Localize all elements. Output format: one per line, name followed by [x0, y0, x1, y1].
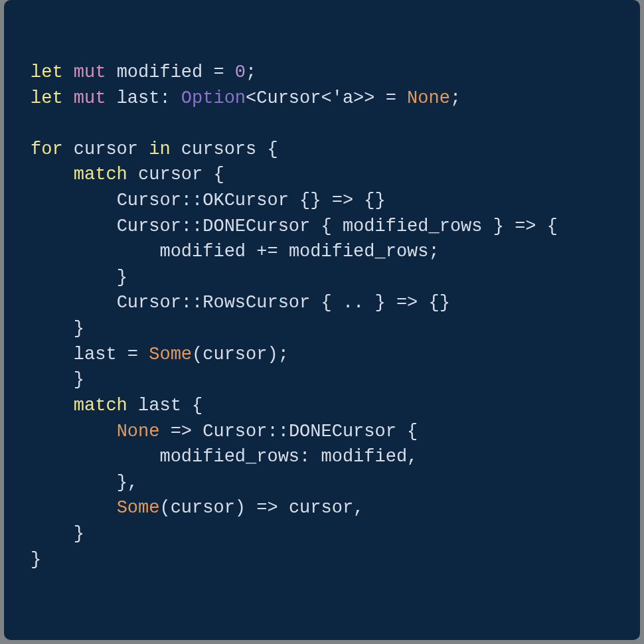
ident-modified-rows: modified_rows — [159, 447, 299, 467]
paren-open: ( — [192, 345, 202, 364]
ident-modified: modified — [117, 62, 203, 82]
op-plus-assign: += — [256, 242, 278, 262]
angle-open: < — [246, 88, 256, 108]
semicolon: ; — [278, 345, 289, 364]
angle-close: > — [353, 88, 364, 108]
code-line: Some(cursor) => cursor, — [31, 498, 364, 518]
variant-donecursor: DONECursor — [202, 216, 310, 236]
ctor-some: Some — [117, 498, 160, 518]
brace-open: { — [364, 191, 374, 210]
code-line: match cursor { — [31, 165, 224, 185]
lifetime-a: 'a — [332, 88, 353, 108]
code-line: Cursor::OKCursor {} => {} — [31, 191, 386, 210]
ident-modified-rows: modified_rows — [343, 216, 483, 236]
brace-close: } — [117, 268, 127, 287]
brace-open: { — [321, 216, 331, 236]
op-assign: = — [127, 345, 138, 364]
brace-close: } — [440, 293, 450, 313]
code-line: } — [31, 370, 84, 390]
code-line: None => Cursor::DONECursor { — [31, 422, 418, 442]
code-line: last = Some(cursor); — [31, 345, 289, 364]
brace-open: { — [299, 191, 310, 210]
type-cursor: Cursor — [202, 422, 267, 442]
variant-okcursor: OKCursor — [202, 191, 289, 210]
fat-arrow: => — [256, 498, 278, 518]
colon: : — [159, 88, 170, 108]
code-line: } — [31, 268, 127, 287]
fat-arrow: => — [171, 422, 192, 442]
code-line: modified += modified_rows; — [31, 242, 440, 262]
code-line: } — [31, 524, 84, 544]
paren-close: ) — [235, 498, 246, 518]
colon: : — [299, 447, 310, 467]
rest-pattern: .. — [343, 293, 364, 313]
keyword-mut: mut — [74, 62, 106, 82]
code-line: for cursor in cursors { — [31, 139, 278, 159]
ident-cursors: cursors — [181, 139, 256, 159]
code-line: match last { — [31, 396, 202, 416]
ident-last: last — [74, 345, 117, 364]
ctor-some: Some — [149, 345, 192, 364]
code-editor-panel: let mut modified = 0; let mut last: Opti… — [4, 0, 640, 640]
path-sep: :: — [181, 191, 202, 210]
brace-open: { — [407, 422, 418, 442]
code-line: } — [31, 319, 84, 339]
code-line: }, — [31, 473, 138, 493]
fat-arrow: => — [332, 191, 353, 210]
paren-close: ) — [267, 345, 278, 364]
brace-open: { — [547, 216, 558, 236]
brace-open: { — [192, 396, 202, 416]
type-cursor: Cursor — [256, 88, 321, 108]
code-line: let mut modified = 0; — [31, 62, 256, 82]
keyword-let: let — [31, 62, 63, 82]
ident-cursor: cursor — [138, 165, 202, 185]
ident-cursor: cursor — [171, 498, 235, 518]
brace-close: } — [310, 191, 321, 210]
code-line: modified_rows: modified, — [31, 447, 418, 467]
ident-last: last — [138, 396, 181, 416]
semicolon: ; — [429, 242, 440, 262]
type-cursor: Cursor — [117, 293, 181, 313]
path-sep: :: — [267, 422, 288, 442]
semicolon: ; — [246, 62, 256, 82]
paren-open: ( — [159, 498, 170, 518]
brace-open: { — [321, 293, 331, 313]
brace-close: } — [493, 216, 504, 236]
op-assign: = — [386, 88, 396, 108]
keyword-let: let — [31, 88, 63, 108]
brace-close: } — [117, 473, 127, 493]
ctor-none: None — [117, 422, 160, 442]
ident-cursor: cursor — [74, 139, 138, 159]
code-block: let mut modified = 0; let mut last: Opti… — [31, 60, 613, 572]
comma: , — [127, 473, 138, 493]
literal-zero: 0 — [235, 62, 246, 82]
angle-open: < — [321, 88, 331, 108]
path-sep: :: — [181, 293, 202, 313]
code-line: } — [31, 550, 41, 570]
brace-open: { — [213, 165, 224, 185]
fat-arrow: => — [396, 293, 418, 313]
ident-modified: modified — [321, 447, 407, 467]
op-assign: = — [213, 62, 224, 82]
brace-open: { — [429, 293, 440, 313]
keyword-for: for — [31, 139, 63, 159]
keyword-match: match — [74, 396, 127, 416]
type-cursor: Cursor — [117, 216, 181, 236]
path-sep: :: — [181, 216, 202, 236]
ident-modified: modified — [159, 242, 246, 262]
keyword-match: match — [74, 165, 127, 185]
comma: , — [407, 447, 418, 467]
code-line: Cursor::RowsCursor { .. } => {} — [31, 293, 450, 313]
semicolon: ; — [450, 88, 461, 108]
brace-close: } — [74, 319, 84, 339]
brace-close: } — [31, 550, 41, 570]
ident-modified-rows: modified_rows — [289, 242, 429, 262]
brace-open: { — [267, 139, 278, 159]
ident-last: last — [117, 88, 160, 108]
brace-close: } — [375, 191, 386, 210]
angle-close: > — [364, 88, 374, 108]
fat-arrow: => — [515, 216, 536, 236]
type-cursor: Cursor — [117, 191, 181, 210]
brace-close: } — [74, 370, 84, 390]
brace-close: } — [74, 524, 84, 544]
